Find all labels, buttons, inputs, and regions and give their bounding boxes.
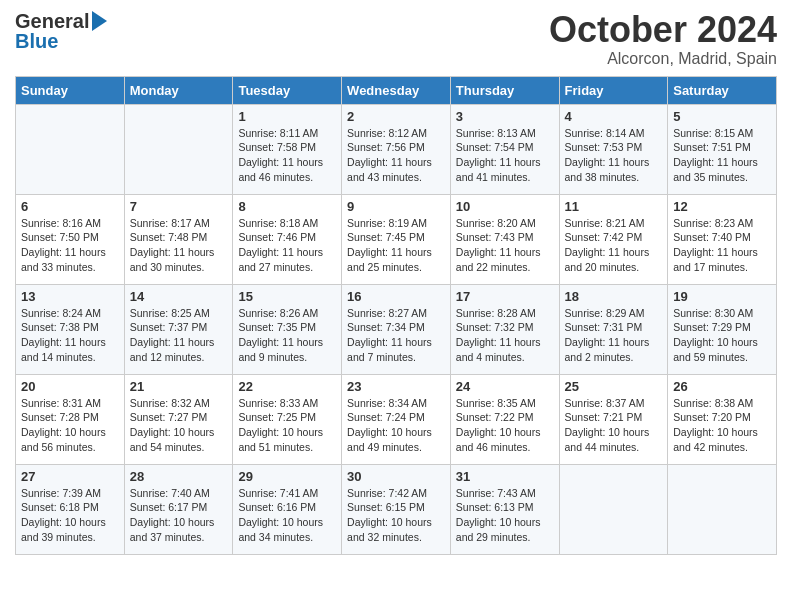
cell-w5-d6	[668, 464, 777, 554]
week-row-4: 20Sunrise: 8:31 AM Sunset: 7:28 PM Dayli…	[16, 374, 777, 464]
cell-w1-d2: 1Sunrise: 8:11 AM Sunset: 7:58 PM Daylig…	[233, 104, 342, 194]
cell-w2-d2: 8Sunrise: 8:18 AM Sunset: 7:46 PM Daylig…	[233, 194, 342, 284]
cell-w5-d2: 29Sunrise: 7:41 AM Sunset: 6:16 PM Dayli…	[233, 464, 342, 554]
cell-w1-d3: 2Sunrise: 8:12 AM Sunset: 7:56 PM Daylig…	[342, 104, 451, 194]
cell-w3-d4: 17Sunrise: 8:28 AM Sunset: 7:32 PM Dayli…	[450, 284, 559, 374]
cell-content: Sunrise: 8:13 AM Sunset: 7:54 PM Dayligh…	[456, 126, 554, 185]
cell-w1-d5: 4Sunrise: 8:14 AM Sunset: 7:53 PM Daylig…	[559, 104, 668, 194]
day-number: 8	[238, 199, 336, 214]
cell-w2-d0: 6Sunrise: 8:16 AM Sunset: 7:50 PM Daylig…	[16, 194, 125, 284]
col-monday: Monday	[124, 76, 233, 104]
col-friday: Friday	[559, 76, 668, 104]
cell-content: Sunrise: 8:20 AM Sunset: 7:43 PM Dayligh…	[456, 216, 554, 275]
cell-content: Sunrise: 7:42 AM Sunset: 6:15 PM Dayligh…	[347, 486, 445, 545]
week-row-1: 1Sunrise: 8:11 AM Sunset: 7:58 PM Daylig…	[16, 104, 777, 194]
cell-w3-d3: 16Sunrise: 8:27 AM Sunset: 7:34 PM Dayli…	[342, 284, 451, 374]
calendar-header-row: Sunday Monday Tuesday Wednesday Thursday…	[16, 76, 777, 104]
col-tuesday: Tuesday	[233, 76, 342, 104]
day-number: 25	[565, 379, 663, 394]
cell-w2-d5: 11Sunrise: 8:21 AM Sunset: 7:42 PM Dayli…	[559, 194, 668, 284]
cell-w4-d0: 20Sunrise: 8:31 AM Sunset: 7:28 PM Dayli…	[16, 374, 125, 464]
day-number: 11	[565, 199, 663, 214]
cell-w3-d6: 19Sunrise: 8:30 AM Sunset: 7:29 PM Dayli…	[668, 284, 777, 374]
cell-content: Sunrise: 7:41 AM Sunset: 6:16 PM Dayligh…	[238, 486, 336, 545]
title-area: October 2024 Alcorcon, Madrid, Spain	[549, 10, 777, 68]
cell-content: Sunrise: 8:35 AM Sunset: 7:22 PM Dayligh…	[456, 396, 554, 455]
day-number: 13	[21, 289, 119, 304]
location: Alcorcon, Madrid, Spain	[549, 50, 777, 68]
header: General Blue October 2024 Alcorcon, Madr…	[15, 10, 777, 68]
cell-w1-d4: 3Sunrise: 8:13 AM Sunset: 7:54 PM Daylig…	[450, 104, 559, 194]
col-sunday: Sunday	[16, 76, 125, 104]
month-title: October 2024	[549, 10, 777, 50]
logo-arrow-icon	[92, 11, 107, 31]
day-number: 26	[673, 379, 771, 394]
cell-w4-d1: 21Sunrise: 8:32 AM Sunset: 7:27 PM Dayli…	[124, 374, 233, 464]
cell-w5-d3: 30Sunrise: 7:42 AM Sunset: 6:15 PM Dayli…	[342, 464, 451, 554]
cell-content: Sunrise: 8:31 AM Sunset: 7:28 PM Dayligh…	[21, 396, 119, 455]
day-number: 12	[673, 199, 771, 214]
day-number: 29	[238, 469, 336, 484]
day-number: 10	[456, 199, 554, 214]
cell-content: Sunrise: 7:39 AM Sunset: 6:18 PM Dayligh…	[21, 486, 119, 545]
page-container: General Blue October 2024 Alcorcon, Madr…	[0, 0, 792, 565]
cell-content: Sunrise: 8:21 AM Sunset: 7:42 PM Dayligh…	[565, 216, 663, 275]
cell-w4-d3: 23Sunrise: 8:34 AM Sunset: 7:24 PM Dayli…	[342, 374, 451, 464]
day-number: 30	[347, 469, 445, 484]
cell-w2-d6: 12Sunrise: 8:23 AM Sunset: 7:40 PM Dayli…	[668, 194, 777, 284]
cell-content: Sunrise: 8:38 AM Sunset: 7:20 PM Dayligh…	[673, 396, 771, 455]
cell-content: Sunrise: 8:14 AM Sunset: 7:53 PM Dayligh…	[565, 126, 663, 185]
day-number: 22	[238, 379, 336, 394]
cell-content: Sunrise: 8:32 AM Sunset: 7:27 PM Dayligh…	[130, 396, 228, 455]
cell-w3-d0: 13Sunrise: 8:24 AM Sunset: 7:38 PM Dayli…	[16, 284, 125, 374]
cell-content: Sunrise: 8:24 AM Sunset: 7:38 PM Dayligh…	[21, 306, 119, 365]
day-number: 7	[130, 199, 228, 214]
cell-w2-d3: 9Sunrise: 8:19 AM Sunset: 7:45 PM Daylig…	[342, 194, 451, 284]
cell-w3-d2: 15Sunrise: 8:26 AM Sunset: 7:35 PM Dayli…	[233, 284, 342, 374]
calendar-table: Sunday Monday Tuesday Wednesday Thursday…	[15, 76, 777, 555]
day-number: 31	[456, 469, 554, 484]
logo-general-text: General	[15, 10, 89, 32]
day-number: 6	[21, 199, 119, 214]
cell-w3-d1: 14Sunrise: 8:25 AM Sunset: 7:37 PM Dayli…	[124, 284, 233, 374]
day-number: 27	[21, 469, 119, 484]
cell-w4-d2: 22Sunrise: 8:33 AM Sunset: 7:25 PM Dayli…	[233, 374, 342, 464]
cell-w5-d0: 27Sunrise: 7:39 AM Sunset: 6:18 PM Dayli…	[16, 464, 125, 554]
cell-content: Sunrise: 8:34 AM Sunset: 7:24 PM Dayligh…	[347, 396, 445, 455]
cell-w5-d5	[559, 464, 668, 554]
cell-w1-d6: 5Sunrise: 8:15 AM Sunset: 7:51 PM Daylig…	[668, 104, 777, 194]
day-number: 1	[238, 109, 336, 124]
cell-w4-d6: 26Sunrise: 8:38 AM Sunset: 7:20 PM Dayli…	[668, 374, 777, 464]
cell-content: Sunrise: 8:17 AM Sunset: 7:48 PM Dayligh…	[130, 216, 228, 275]
cell-w4-d4: 24Sunrise: 8:35 AM Sunset: 7:22 PM Dayli…	[450, 374, 559, 464]
col-wednesday: Wednesday	[342, 76, 451, 104]
day-number: 20	[21, 379, 119, 394]
day-number: 21	[130, 379, 228, 394]
cell-content: Sunrise: 8:18 AM Sunset: 7:46 PM Dayligh…	[238, 216, 336, 275]
week-row-3: 13Sunrise: 8:24 AM Sunset: 7:38 PM Dayli…	[16, 284, 777, 374]
day-number: 5	[673, 109, 771, 124]
cell-w1-d0	[16, 104, 125, 194]
cell-content: Sunrise: 8:27 AM Sunset: 7:34 PM Dayligh…	[347, 306, 445, 365]
day-number: 16	[347, 289, 445, 304]
cell-content: Sunrise: 8:19 AM Sunset: 7:45 PM Dayligh…	[347, 216, 445, 275]
cell-content: Sunrise: 7:43 AM Sunset: 6:13 PM Dayligh…	[456, 486, 554, 545]
day-number: 28	[130, 469, 228, 484]
day-number: 15	[238, 289, 336, 304]
day-number: 24	[456, 379, 554, 394]
cell-content: Sunrise: 8:30 AM Sunset: 7:29 PM Dayligh…	[673, 306, 771, 365]
col-saturday: Saturday	[668, 76, 777, 104]
week-row-5: 27Sunrise: 7:39 AM Sunset: 6:18 PM Dayli…	[16, 464, 777, 554]
cell-w5-d4: 31Sunrise: 7:43 AM Sunset: 6:13 PM Dayli…	[450, 464, 559, 554]
cell-w5-d1: 28Sunrise: 7:40 AM Sunset: 6:17 PM Dayli…	[124, 464, 233, 554]
cell-content: Sunrise: 8:12 AM Sunset: 7:56 PM Dayligh…	[347, 126, 445, 185]
day-number: 9	[347, 199, 445, 214]
col-thursday: Thursday	[450, 76, 559, 104]
logo-blue-text: Blue	[15, 30, 107, 52]
cell-w2-d4: 10Sunrise: 8:20 AM Sunset: 7:43 PM Dayli…	[450, 194, 559, 284]
cell-content: Sunrise: 8:28 AM Sunset: 7:32 PM Dayligh…	[456, 306, 554, 365]
day-number: 23	[347, 379, 445, 394]
cell-content: Sunrise: 8:11 AM Sunset: 7:58 PM Dayligh…	[238, 126, 336, 185]
cell-content: Sunrise: 8:16 AM Sunset: 7:50 PM Dayligh…	[21, 216, 119, 275]
cell-content: Sunrise: 8:29 AM Sunset: 7:31 PM Dayligh…	[565, 306, 663, 365]
